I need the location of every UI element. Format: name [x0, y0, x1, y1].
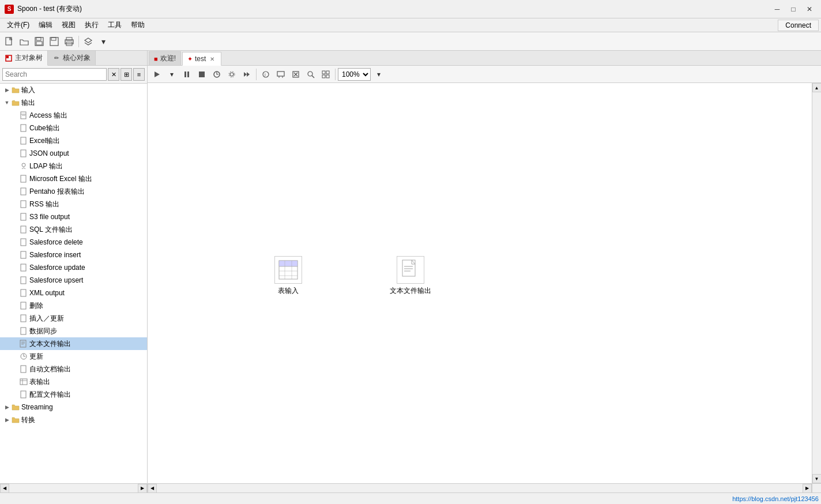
- canvas-area[interactable]: 表输入: [148, 83, 812, 483]
- tree-item-text-output[interactable]: 文本文件输出: [0, 337, 147, 350]
- leaf-icon-table-output: [20, 378, 28, 386]
- tree-item-delete[interactable]: 删除: [0, 299, 147, 312]
- tree-item-cube-output[interactable]: Cube输出: [0, 122, 147, 134]
- tree-item-s3-output[interactable]: S3 file output: [0, 210, 147, 223]
- expand-icon-streaming: ▶: [2, 403, 12, 412]
- grid-button[interactable]: [319, 67, 333, 81]
- tab-test-close[interactable]: ✕: [208, 55, 216, 63]
- svg-rect-18: [21, 175, 26, 182]
- tree-item-streaming-group[interactable]: ▶ Streaming: [0, 401, 147, 413]
- hscroll-track[interactable]: [157, 484, 803, 493]
- tree-item-pentaho-output[interactable]: Pentaho 报表输出: [0, 185, 147, 198]
- tree-item-sf-upsert[interactable]: Salesforce upsert: [0, 274, 147, 287]
- tree-item-rss-output[interactable]: RSS 输出: [0, 198, 147, 210]
- tree-item-auto-doc[interactable]: 自动文档输出: [0, 363, 147, 375]
- pause-button[interactable]: [180, 67, 194, 81]
- search-editor-button[interactable]: [304, 67, 318, 81]
- reload-button[interactable]: [210, 67, 224, 81]
- canvas-hscroll: ◀ ▶: [148, 483, 812, 492]
- toolbar-print[interactable]: [62, 35, 76, 48]
- tree-item-excel-output[interactable]: Excel输出: [0, 134, 147, 147]
- tree-item-sf-delete[interactable]: Salesforce delete: [0, 236, 147, 249]
- tree-item-sql-output[interactable]: SQL 文件输出: [0, 223, 147, 236]
- tab-welcome[interactable]: ■ 欢迎!: [149, 51, 181, 65]
- tree-item-xml-output[interactable]: XML output: [0, 287, 147, 299]
- canvas-component-table-input[interactable]: 表输入: [274, 256, 302, 296]
- search-clear-button[interactable]: ✕: [108, 68, 119, 81]
- vscroll-up-btn[interactable]: ▲: [812, 83, 822, 92]
- toolbar-dropdown[interactable]: ▾: [96, 35, 110, 48]
- text-output-icon: [397, 256, 424, 284]
- menu-edit[interactable]: 编辑: [34, 19, 57, 31]
- search-input[interactable]: [2, 68, 107, 81]
- toolbar-new[interactable]: [2, 35, 16, 48]
- search-layout-button[interactable]: ≡: [133, 68, 145, 81]
- scroll-right-btn[interactable]: ▶: [138, 484, 147, 493]
- monitor-button[interactable]: [274, 67, 288, 81]
- menu-tools[interactable]: 工具: [103, 19, 126, 31]
- folder-icon-transform: [12, 416, 20, 424]
- tree-item-transform-group[interactable]: ▶ 转换: [0, 413, 147, 426]
- tree-item-input-group[interactable]: ▶ 输入: [0, 84, 147, 96]
- fast-forward-button[interactable]: [240, 67, 254, 81]
- tree-item-access-output[interactable]: Access 输出: [0, 109, 147, 122]
- tree-label-sql: SQL 文件输出: [29, 225, 73, 235]
- close-button[interactable]: ✕: [803, 3, 816, 15]
- toolbar-open[interactable]: [17, 35, 31, 48]
- left-panel: 主对象树 ✏ 核心对象 ✕ ⊞ ≡ ▶ 输入 ▼: [0, 51, 148, 492]
- tab-main-objects[interactable]: 主对象树: [0, 51, 48, 66]
- tree-item-output-group[interactable]: ▼ 输出: [0, 96, 147, 109]
- tree-label-cube: Cube输出: [29, 123, 60, 133]
- tree-item-insert-update[interactable]: 插入／更新: [0, 312, 147, 325]
- scroll-track[interactable]: [9, 484, 138, 493]
- svg-rect-60: [322, 71, 325, 74]
- tree-item-ldap-output[interactable]: LDAP 输出: [0, 160, 147, 172]
- toolbar-saveas[interactable]: [47, 35, 61, 48]
- hscroll-left-btn[interactable]: ◀: [148, 484, 157, 493]
- tree-item-table-output[interactable]: 表输出: [0, 375, 147, 388]
- tree-item-sf-update[interactable]: Salesforce update: [0, 261, 147, 274]
- run-dropdown[interactable]: ▾: [165, 67, 179, 81]
- zoom-select[interactable]: 50% 75% 100% 125% 150% 200%: [338, 68, 371, 81]
- leaf-icon-access: [20, 111, 28, 119]
- editor-toolbar: ▾ i: [148, 66, 821, 83]
- tree-container: ▶ 输入 ▼ 输出 Access 输出 Cube输出: [0, 84, 147, 483]
- menu-execute[interactable]: 执行: [80, 19, 103, 31]
- leaf-icon-s3: [20, 213, 28, 221]
- minimize-button[interactable]: ─: [770, 3, 784, 15]
- tree-item-data-sync[interactable]: 数据同步: [0, 325, 147, 337]
- stop-button[interactable]: [195, 67, 209, 81]
- svg-line-59: [312, 76, 314, 78]
- tree-label-sf-update: Salesforce update: [29, 264, 85, 272]
- toolbar-save[interactable]: [32, 35, 46, 48]
- canvas-component-text-output[interactable]: 文本文件输出: [390, 256, 431, 296]
- settings-button[interactable]: [225, 67, 239, 81]
- svg-rect-37: [20, 379, 27, 385]
- tree-item-json-output[interactable]: JSON output: [0, 147, 147, 160]
- vscroll-track[interactable]: [812, 92, 822, 474]
- hscroll-right-btn[interactable]: ▶: [803, 484, 812, 493]
- menu-view[interactable]: 视图: [57, 19, 80, 31]
- tree-item-sf-insert[interactable]: Salesforce insert: [0, 249, 147, 261]
- connect-button[interactable]: Connect: [778, 20, 819, 31]
- vscroll-down-btn[interactable]: ▼: [812, 474, 822, 483]
- svg-point-17: [22, 163, 25, 167]
- zoom-dropdown[interactable]: ▾: [372, 67, 386, 81]
- menu-help[interactable]: 帮助: [126, 19, 149, 31]
- scroll-left-btn[interactable]: ◀: [0, 484, 9, 493]
- menu-file[interactable]: 文件(F): [2, 19, 34, 31]
- svg-rect-26: [21, 277, 26, 284]
- run-button[interactable]: [150, 67, 164, 81]
- search-options-button[interactable]: ⊞: [120, 68, 132, 81]
- step-button[interactable]: i: [259, 67, 273, 81]
- tree-item-update[interactable]: 更新: [0, 350, 147, 363]
- leaf-icon-insert-update: [20, 314, 28, 322]
- clear-button[interactable]: [289, 67, 303, 81]
- tree-item-config-output[interactable]: 配置文件输出: [0, 388, 147, 401]
- maximize-button[interactable]: □: [786, 3, 800, 15]
- tab-test[interactable]: ✦ test ✕: [182, 52, 221, 66]
- toolbar-layers[interactable]: [81, 35, 95, 48]
- tab-core-objects[interactable]: ✏ 核心对象: [48, 51, 96, 65]
- tree-item-msexcel-output[interactable]: Microsoft Excel 输出: [0, 172, 147, 185]
- tab-main-objects-label: 主对象树: [15, 53, 43, 63]
